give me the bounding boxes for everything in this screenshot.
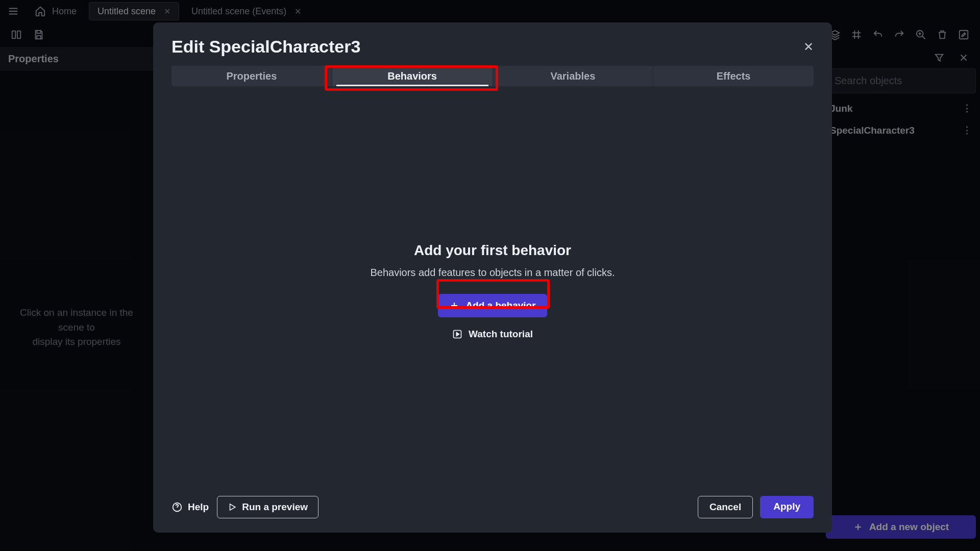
tab-properties[interactable]: Properties [172, 66, 332, 86]
plus-icon [449, 300, 459, 311]
add-behavior-button[interactable]: Add a behavior [438, 294, 547, 317]
tab-variables[interactable]: Variables [493, 66, 654, 86]
help-label: Help [188, 502, 209, 513]
watch-tutorial-button[interactable]: Watch tutorial [452, 329, 533, 340]
tab-behaviors[interactable]: Behaviors [332, 66, 493, 86]
tab-effects[interactable]: Effects [653, 66, 814, 86]
dialog-body: Add your first behavior Behaviors add fe… [172, 86, 814, 496]
empty-state-title: Add your first behavior [414, 242, 571, 259]
watch-tutorial-label: Watch tutorial [469, 329, 533, 340]
help-button[interactable]: Help [172, 502, 209, 513]
run-preview-button[interactable]: Run a preview [217, 496, 318, 518]
dialog-title: Edit SpecialCharacter3 [172, 37, 360, 57]
add-behavior-label: Add a behavior [465, 300, 535, 311]
empty-state-subtitle: Behaviors add features to objects in a m… [370, 267, 615, 279]
run-preview-label: Run a preview [242, 502, 308, 513]
play-icon [228, 503, 237, 512]
play-icon [452, 329, 462, 339]
help-icon [172, 502, 183, 513]
dialog-tabs: Properties Behaviors Variables Effects [172, 66, 814, 86]
close-icon[interactable]: ✕ [803, 40, 814, 54]
edit-object-dialog: Edit SpecialCharacter3 ✕ Properties Beha… [153, 22, 832, 533]
cancel-button[interactable]: Cancel [698, 496, 753, 518]
apply-button[interactable]: Apply [760, 496, 814, 518]
dialog-footer: Help Run a preview Cancel Apply [172, 496, 814, 518]
